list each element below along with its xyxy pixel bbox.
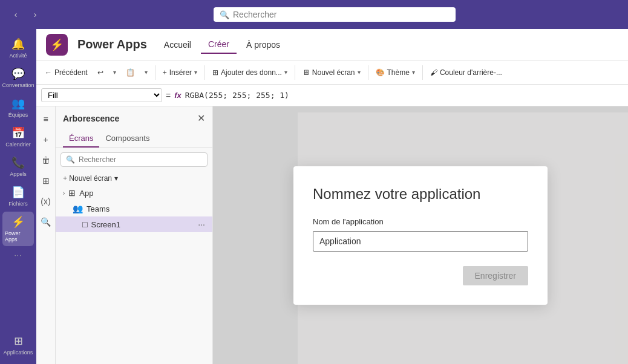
undo-chevron-icon: ▾ [113, 69, 116, 76]
components-tool[interactable]: ⊞ [38, 173, 54, 189]
teams-item-label: Teams [87, 204, 110, 213]
sidebar-item-appels[interactable]: 📞 Appels [2, 152, 34, 181]
screen1-actions-icon[interactable]: ··· [198, 219, 205, 229]
new-screen-tree-button[interactable]: + Nouvel écran ▾ [56, 172, 212, 185]
bg-color-label: Couleur d'arrière-... [440, 68, 502, 77]
sidebar-item-fichiers[interactable]: 📄 Fichiers [2, 182, 34, 210]
theme-button[interactable]: 🎨 Thème ▾ [372, 66, 419, 79]
modal-title: Nommez votre application [313, 186, 528, 203]
sidebar-item-activite[interactable]: 🔔 Activité [2, 34, 34, 62]
sidebar-label-appels: Appels [10, 171, 27, 177]
nav-back-button[interactable]: ‹ [7, 6, 24, 23]
tree-item-screen1[interactable]: □ Screen1 ··· [56, 216, 212, 232]
conversation-icon: 💬 [11, 67, 25, 80]
tree-header: Arborescence ✕ [56, 106, 212, 130]
app-logo-icon: ⚡ [50, 38, 64, 51]
tree-item-teams[interactable]: 👥 Teams [56, 201, 212, 216]
calendrier-icon: 📅 [11, 126, 25, 140]
sidebar-item-applications[interactable]: ⊞ Applications [2, 331, 34, 359]
app-name-input[interactable] [313, 231, 528, 252]
paste-button[interactable]: 📋 [122, 66, 139, 79]
insert-chevron-icon: ▾ [194, 69, 197, 76]
tree-search: 🔍 [61, 152, 208, 167]
modal-label: Nom de l'application [313, 217, 528, 226]
app-item-icon: ⊞ [68, 188, 76, 198]
tree-title: Arborescence [63, 114, 119, 123]
editor-area: ≡ + 🗑 ⊞ (x) 🔍 Arborescence ✕ Écrans Comp… [36, 106, 628, 364]
tree-tabs: Écrans Composants [56, 130, 212, 148]
theme-icon: 🎨 [376, 68, 385, 77]
insert-button[interactable]: + Insérer ▾ [159, 66, 201, 79]
tree-search-icon: 🔍 [66, 155, 75, 164]
new-screen-label: Nouvel écran [312, 68, 355, 77]
search-bar: 🔍 [214, 7, 456, 22]
formula-input[interactable] [185, 91, 623, 100]
add-tool[interactable]: + [38, 132, 54, 148]
sidebar-item-more[interactable]: ··· [2, 247, 34, 263]
nav-accueil[interactable]: Accueil [157, 36, 198, 54]
top-bar: ‹ › 🔍 [0, 0, 628, 29]
tree-close-button[interactable]: ✕ [197, 112, 205, 124]
add-data-button[interactable]: ⊞ Ajouter des donn... ▾ [209, 66, 291, 79]
undo-dropdown-button[interactable]: ▾ [110, 67, 120, 78]
nav-forward-button[interactable]: › [27, 6, 44, 23]
sidebar-label-powerapps: Power Apps [5, 230, 31, 242]
search-input[interactable] [233, 10, 450, 19]
bg-color-button[interactable]: 🖌 Couleur d'arrière-... [427, 66, 506, 79]
sidebar-item-calendrier[interactable]: 📅 Calendrier [2, 123, 34, 151]
sidebar-label-calendrier: Calendrier [5, 141, 31, 148]
bg-color-icon: 🖌 [430, 68, 437, 77]
toolbar-sep-5 [422, 65, 423, 80]
new-screen-chevron-icon: ▾ [358, 69, 361, 76]
back-arrow-icon: ← [45, 68, 52, 77]
vars-tool[interactable]: (x) [38, 193, 54, 209]
sidebar-label-conversation: Conversation [2, 82, 34, 88]
save-button[interactable]: Enregistrer [463, 266, 528, 285]
more-icon: ··· [14, 251, 22, 259]
new-screen-button[interactable]: 🖥 Nouvel écran ▾ [299, 66, 364, 79]
sidebar-label-equipes: Équipes [8, 112, 28, 118]
toolbar-sep-2 [204, 65, 205, 80]
tab-composants[interactable]: Composants [99, 130, 155, 148]
toolbar-sep-3 [295, 65, 295, 80]
nav-buttons: ‹ › [7, 6, 44, 23]
sidebar-item-equipes[interactable]: 👥 Équipes [2, 93, 34, 122]
teams-item-icon: 👥 [73, 204, 83, 213]
sidebar-item-powerapps[interactable]: ⚡ Power Apps [2, 212, 34, 246]
teams-sidebar: 🔔 Activité 💬 Conversation 👥 Équipes 📅 Ca… [0, 29, 36, 364]
tools-strip: ≡ + 🗑 ⊞ (x) 🔍 [36, 106, 56, 364]
sidebar-label-applications: Applications [4, 349, 33, 356]
delete-tool[interactable]: 🗑 [38, 152, 54, 168]
paste-dropdown-button[interactable]: ▾ [141, 67, 151, 78]
back-label: Précédent [54, 68, 88, 77]
toolbar-sep-4 [368, 65, 368, 80]
toolbar: ← Précédent ↩ ▾ 📋 ▾ + Insérer ▾ [36, 60, 628, 85]
app-title: Power Apps [77, 37, 147, 51]
back-button[interactable]: ← Précédent [41, 66, 91, 79]
canvas-area: Nommez votre application Nom de l'applic… [213, 106, 628, 364]
applications-icon: ⊞ [14, 334, 23, 348]
search-tool[interactable]: 🔍 [38, 214, 54, 230]
sidebar-label-fichiers: Fichiers [8, 201, 28, 207]
tab-ecrans[interactable]: Écrans [63, 130, 99, 148]
tree-search-input[interactable] [79, 155, 202, 164]
property-select[interactable]: Fill [41, 88, 162, 102]
nav-apropos[interactable]: À propos [239, 36, 287, 54]
theme-label: Thème [387, 68, 410, 77]
equipes-icon: 👥 [11, 97, 25, 110]
modal-actions: Enregistrer [313, 266, 528, 285]
tree-item-app[interactable]: › ⊞ App [56, 185, 212, 201]
paste-icon: 📋 [126, 68, 135, 77]
add-data-icon: ⊞ [212, 68, 218, 77]
search-icon: 🔍 [220, 10, 229, 19]
sidebar-item-conversation[interactable]: 💬 Conversation [2, 63, 34, 92]
activite-icon: 🔔 [11, 37, 25, 51]
undo-button[interactable]: ↩ [94, 66, 107, 79]
insert-plus-icon: + [163, 68, 167, 77]
nav-creer[interactable]: Créer [201, 36, 237, 54]
app-logo: ⚡ [46, 34, 68, 56]
layers-tool[interactable]: ≡ [38, 111, 54, 127]
app-header: ⚡ Power Apps Accueil Créer À propos [36, 29, 628, 60]
theme-chevron-icon: ▾ [412, 69, 415, 76]
modal-card: Nommez votre application Nom de l'applic… [293, 166, 548, 305]
